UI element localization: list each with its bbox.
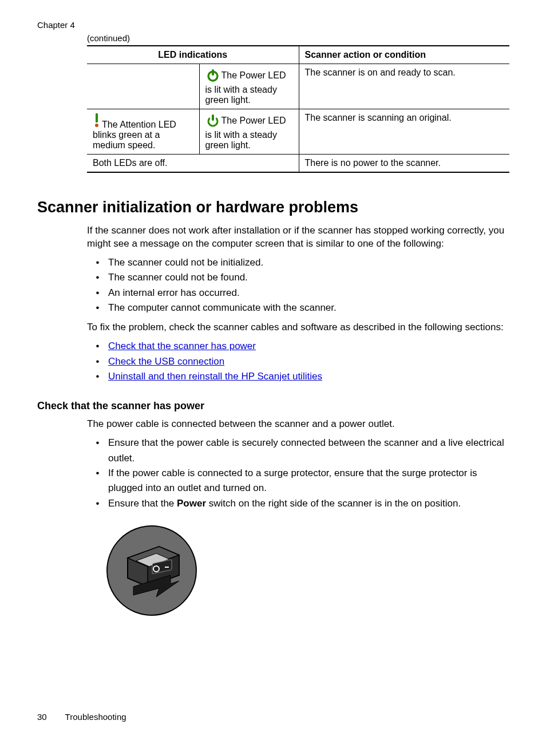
heading-check-power: Check that the scanner has power: [37, 400, 509, 412]
list-item: An internal error has occurred.: [105, 286, 509, 300]
continued-label: (continued): [87, 33, 509, 43]
cell-power-led-2: The Power LED is lit with a steady green…: [199, 109, 299, 155]
svg-rect-6: [212, 114, 214, 121]
link-check-power[interactable]: Check that the scanner has power: [108, 341, 256, 351]
text-fragment: Ensure that the: [108, 498, 177, 509]
power-steps-list: Ensure that the power cable is securely …: [105, 436, 509, 511]
svg-point-4: [95, 124, 98, 127]
page-number: 30: [37, 712, 47, 722]
link-reinstall-utilities[interactable]: Uninstall and then reinstall the HP Scan…: [108, 371, 322, 382]
table-row: Both LEDs are off. There is no power to …: [87, 155, 509, 173]
cell-condition-3: There is no power to the scanner.: [299, 155, 509, 173]
svg-rect-3: [96, 113, 98, 122]
cell-attention-empty: [87, 64, 199, 109]
heading-scanner-init: Scanner initialization or hardware probl…: [37, 199, 509, 216]
list-item: The scanner could not be found.: [105, 270, 509, 285]
list-item: If the power cable is connected to a sur…: [105, 466, 509, 496]
chapter-label: Chapter 4: [37, 20, 509, 30]
power-icon: [205, 113, 220, 130]
intro-paragraph: If the scanner does not work after insta…: [87, 224, 509, 251]
list-item: Ensure that the Power switch on the righ…: [105, 496, 509, 511]
cell-attention-led: The Attention LED blinks green at a medi…: [87, 109, 199, 155]
list-item: Ensure that the power cable is securely …: [105, 436, 509, 466]
link-check-usb[interactable]: Check the USB connection: [108, 356, 224, 367]
list-item: The scanner could not be initialized.: [105, 255, 509, 270]
footer-section: Troubleshooting: [65, 712, 126, 722]
bold-power: Power: [177, 498, 206, 509]
table-header-action: Scanner action or condition: [299, 46, 509, 64]
power-paragraph: The power cable is connected between the…: [87, 418, 509, 431]
svg-rect-2: [212, 69, 214, 76]
attention-led-icon: [93, 113, 101, 130]
page-footer: 30 Troubleshooting: [37, 712, 126, 722]
cell-both-off: Both LEDs are off.: [87, 155, 299, 173]
fix-paragraph: To fix the problem, check the scanner ca…: [87, 321, 509, 334]
list-item: Check that the scanner has power: [105, 339, 509, 354]
fix-links-list: Check that the scanner has power Check t…: [105, 339, 509, 384]
cell-text: The Attention LED blinks green at a medi…: [93, 120, 176, 150]
cell-power-led-1: The Power LED is lit with a steady green…: [199, 64, 299, 109]
table-row: The Power LED is lit with a steady green…: [87, 64, 509, 109]
cell-condition-2: The scanner is scanning an original.: [299, 109, 509, 155]
led-indications-table: LED indications Scanner action or condit…: [87, 45, 509, 173]
table-header-led: LED indications: [87, 46, 299, 64]
table-row: The Attention LED blinks green at a medi…: [87, 109, 509, 155]
list-item: Check the USB connection: [105, 354, 509, 369]
power-switch-graphic: [105, 524, 509, 620]
cell-condition-1: The scanner is on and ready to scan.: [299, 64, 509, 109]
power-icon: [205, 68, 220, 85]
error-messages-list: The scanner could not be initialized. Th…: [105, 255, 509, 315]
list-item: The computer cannot communicate with the…: [105, 300, 509, 315]
list-item: Uninstall and then reinstall the HP Scan…: [105, 369, 509, 384]
text-fragment: switch on the right side of the scanner …: [206, 498, 461, 509]
svg-rect-10: [165, 567, 169, 568]
